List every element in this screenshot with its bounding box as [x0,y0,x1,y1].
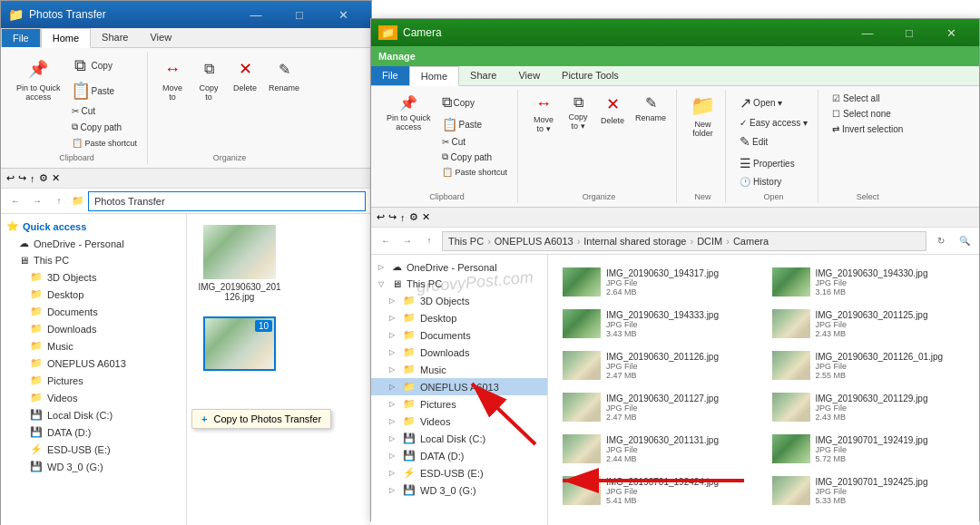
bg-pasteshortcut-button[interactable]: 📋 Paste shortcut [67,136,142,150]
fg-wd-item[interactable]: ▷ 💾 WD 3_0 (G:) [371,481,547,499]
fg-minimize-button[interactable]: — [847,19,888,46]
pin-quickaccess-button[interactable]: 📌 Pin to Quickaccess [12,53,65,104]
file-item-6[interactable]: IMG_20190630_201127.jpgJPG File2.47 MB [555,387,763,427]
fg-copyto-button[interactable]: ⧉ Copyto ▾ [562,92,594,136]
file-item-7[interactable]: IMG_20190630_201129.jpgJPG File2.43 MB [765,387,973,427]
fg-selectnone-button[interactable]: ☐ Select none [828,107,907,121]
fg-forward-button[interactable]: → [398,232,416,250]
fg-usb-item[interactable]: ▷ ⚡ ESD-USB (E:) [371,464,547,481]
fg-edit-button[interactable]: ✎ Edit [735,131,812,151]
fg-oneplus-item[interactable]: ▷ 📁 ONEPLUS A6013 [371,378,547,395]
fg-copypath-button[interactable]: ⧉ Copy path [437,150,513,164]
fg-tab-home[interactable]: Home [409,66,459,86]
file-name-10: IMG_20190701_192424.jpg [606,477,756,487]
file-item-9[interactable]: IMG_20190701_192419.jpgJPG File5.72 MB [765,429,973,469]
bg-forward-button[interactable]: → [28,192,46,210]
file-name-5: IMG_20190630_201126_01.jpg [816,352,965,362]
bg-copypath-button[interactable]: ⧉ Copy path [67,120,142,134]
bg-moveto-button[interactable]: ↔ Moveto [155,53,190,104]
bg-cut-button[interactable]: ✂ Cut [67,104,142,118]
bg-delete-button[interactable]: ✕ Delete [228,53,262,95]
bg-quickaccess-header[interactable]: ⭐ Quick access [1,218,186,235]
fg-tab-file[interactable]: File [371,66,409,85]
fg-downloads-item[interactable]: ▷ 📁 Downloads [371,344,547,361]
bg-wd-item[interactable]: 💾 WD 3_0 (G:) [1,458,186,475]
bg-thispc-item[interactable]: 🖥 This PC [1,252,186,268]
bg-documents-item[interactable]: 📁 Documents [1,303,186,320]
fg-tab-share[interactable]: Share [459,66,507,85]
fg-rename-button[interactable]: ✎ Rename [631,92,671,136]
bg-desktop-item[interactable]: 📁 Desktop [1,286,186,303]
bg-back-button[interactable]: ← [6,192,24,210]
file-item-2[interactable]: IMG_20190630_194333.jpgJPG File3.43 MB [555,304,763,344]
fg-pictures-item[interactable]: ▷ 📁 Pictures [371,395,547,413]
fg-tab-picturetools[interactable]: Picture Tools [551,66,630,85]
file-item-4[interactable]: IMG_20190630_201126.jpgJPG File2.47 MB [555,345,763,385]
bg-paste-button[interactable]: 📋 Paste [67,79,142,102]
fg-open-button[interactable]: ↗ Open ▾ [735,92,787,114]
fg-properties-button[interactable]: ☰ Properties [735,153,812,173]
fg-address-path[interactable]: This PC › ONEPLUS A6013 › Internal share… [442,231,926,251]
bg-3dobjects-item[interactable]: 📁 3D Objects [1,268,186,286]
fg-back-button[interactable]: ← [377,232,395,250]
bg-tab-home[interactable]: Home [41,28,91,48]
bg-rename-button[interactable]: ✎ Rename [264,53,304,95]
fg-maximize-button[interactable]: □ [888,19,930,46]
minimize-button[interactable]: — [235,1,277,28]
bg-downloads-item[interactable]: 📁 Downloads [1,320,186,337]
bg-pictures-item[interactable]: 📁 Pictures [1,372,186,389]
bg-up-button[interactable]: ↑ [50,192,68,210]
bg-file-dog[interactable]: IMG_20190630_201126.jpg [194,221,285,306]
bg-tab-share[interactable]: Share [91,28,139,47]
bg-localdisk-item[interactable]: 💾 Local Disk (C:) [1,406,186,423]
file-item-1[interactable]: IMG_20190630_194330.jpgJPG File3.16 MB [765,262,973,302]
fg-videos-item[interactable]: ▷ 📁 Videos [371,413,547,430]
fg-selectall-button[interactable]: ☑ Select all [828,92,907,105]
file-item-10[interactable]: IMG_20190701_192424.jpgJPG File5.41 MB [555,471,763,510]
close-button[interactable]: ✕ [322,1,364,28]
fg-easyaccess-button[interactable]: ✓ Easy access ▾ [735,116,812,130]
fg-pasteshortcut-button[interactable]: 📋 Paste shortcut [437,165,513,179]
file-item-8[interactable]: IMG_20190630_201131.jpgJPG File2.44 MB [555,429,763,469]
fg-data-item[interactable]: ▷ 💾 DATA (D:) [371,447,547,464]
file-item-3[interactable]: IMG_20190630_201125.jpgJPG File2.43 MB [765,304,973,344]
fg-delete-button[interactable]: ✕ Delete [596,92,629,136]
bg-address-path[interactable]: Photos Transfer [88,191,366,211]
fg-cut-button[interactable]: ✂ Cut [437,135,513,149]
bg-oneplus-item[interactable]: 📁 ONEPLUS A6013 [1,355,186,372]
fg-documents-item[interactable]: ▷ 📁 Documents [371,326,547,344]
bg-videos-item[interactable]: 📁 Videos [1,389,186,406]
fg-refresh-button[interactable]: ↻ [930,232,952,250]
file-item-5[interactable]: IMG_20190630_201126_01.jpgJPG File2.55 M… [765,345,973,385]
bg-copyto-button[interactable]: ⧉ Copyto [191,53,226,104]
bg-data-item[interactable]: 💾 DATA (D:) [1,423,186,441]
fg-up-button[interactable]: ↑ [420,232,438,250]
bg-onedrive-item[interactable]: ☁ OneDrive - Personal [1,235,186,252]
fg-tab-view[interactable]: View [507,66,551,85]
fg-paste-button[interactable]: 📋 Paste [437,114,513,134]
fg-search-button[interactable]: 🔍 [956,232,974,250]
fg-localdisk-item[interactable]: ▷ 💾 Local Disk (C:) [371,430,547,447]
fg-history-button[interactable]: 🕐 History [735,175,812,189]
fg-3dobjects-item[interactable]: ▷ 📁 3D Objects [371,292,547,309]
bg-tab-file[interactable]: File [1,28,41,48]
file-item-11[interactable]: IMG_20190701_192425.jpgJPG File5.33 MB [765,471,973,510]
fg-close-button[interactable]: ✕ [930,19,972,46]
fg-copy-button[interactable]: ⧉ Copy [437,92,513,113]
fg-music-item[interactable]: ▷ 📁 Music [371,361,547,378]
bg-file-drag-preview[interactable]: 10 [194,313,285,374]
fg-desktop-item[interactable]: ▷ 📁 Desktop [371,309,547,326]
bg-copy-button[interactable]: ⧉ Copy [67,53,142,77]
fg-newfolder-button[interactable]: 📁 Newfolder [686,92,720,141]
fg-pin-button[interactable]: 📌 Pin to Quickaccess [382,92,436,134]
fg-thispc-item[interactable]: ▽ 🖥 This PC [371,276,547,292]
fg-onedrive-item[interactable]: ▷ ☁ OneDrive - Personal [371,258,547,276]
fg-moveto-button[interactable]: ↔ Moveto ▾ [527,92,560,136]
bg-music-item[interactable]: 📁 Music [1,337,186,355]
bg-tab-view[interactable]: View [139,28,182,47]
bg-usb-item[interactable]: ⚡ ESD-USB (E:) [1,441,186,458]
fg-invert-button[interactable]: ⇄ Invert selection [828,122,907,136]
maximize-button[interactable]: □ [279,1,320,28]
up-icon: ↑ [30,173,35,184]
file-item-0[interactable]: IMG_20190630_194317.jpgJPG File2.64 MB [555,262,763,302]
